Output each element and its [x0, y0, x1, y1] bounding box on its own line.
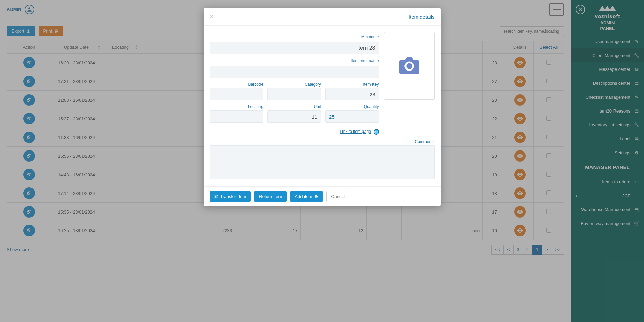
label-key: Item Key [325, 82, 379, 87]
label-locating: Locating [210, 104, 264, 109]
item-eng-input[interactable] [210, 66, 379, 78]
return-item-button[interactable]: Return Item [254, 191, 287, 202]
item-details-modal: × Item details Item name Item eng. name … [204, 8, 441, 206]
barcode-input[interactable] [210, 88, 264, 100]
comments-input[interactable] [210, 145, 435, 179]
label-quantity: Quantity [325, 104, 379, 109]
locating-input[interactable] [210, 110, 264, 123]
label-unit: Unit [267, 104, 321, 109]
photo-placeholder[interactable] [384, 32, 435, 100]
cancel-button[interactable]: Cancel [326, 191, 351, 202]
label-comments: Comments [210, 139, 435, 144]
transfer-icon: ⇄ [214, 194, 218, 199]
plus-icon: ⊕ [314, 194, 318, 199]
globe-icon: 🌐 [374, 129, 379, 135]
item-page-link[interactable]: Link to item page [340, 129, 371, 134]
modal-overlay: × Item details Item name Item eng. name … [0, 0, 644, 322]
item-name-input[interactable] [210, 42, 379, 54]
key-input[interactable] [325, 88, 379, 100]
transfer-item-button[interactable]: ⇄Transfer Item [210, 191, 251, 202]
close-icon[interactable]: × [210, 13, 214, 21]
label-item-name: Item name [210, 35, 379, 39]
label-barcode: Barcode [210, 82, 264, 87]
label-category: Category [267, 82, 321, 87]
category-input[interactable] [267, 88, 321, 100]
label-item-eng: Item eng. name [210, 58, 379, 63]
quantity-input[interactable] [325, 110, 379, 123]
modal-title: Item details [409, 14, 435, 20]
unit-input[interactable] [267, 110, 321, 123]
add-item-button[interactable]: Add item⊕ [290, 191, 323, 202]
